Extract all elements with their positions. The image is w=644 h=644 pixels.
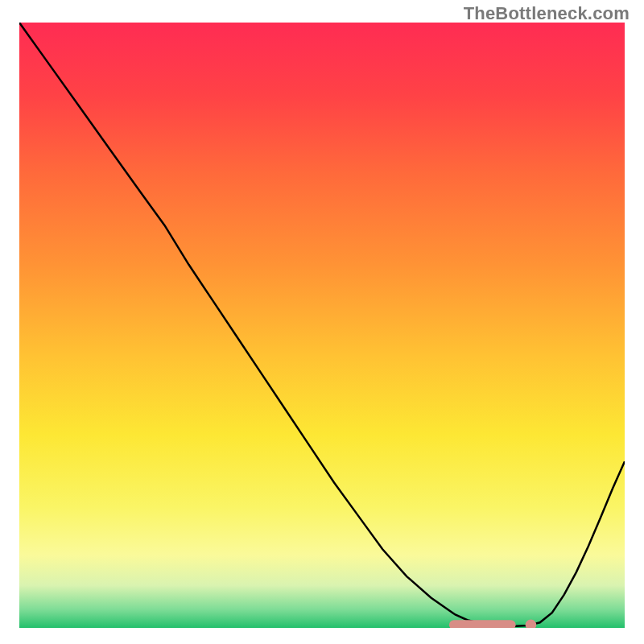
chart-background xyxy=(19,23,625,628)
chart-svg xyxy=(19,23,625,628)
watermark-text: TheBottleneck.com xyxy=(464,3,630,24)
optimal-zone-marker xyxy=(449,620,516,628)
chart xyxy=(19,23,625,628)
